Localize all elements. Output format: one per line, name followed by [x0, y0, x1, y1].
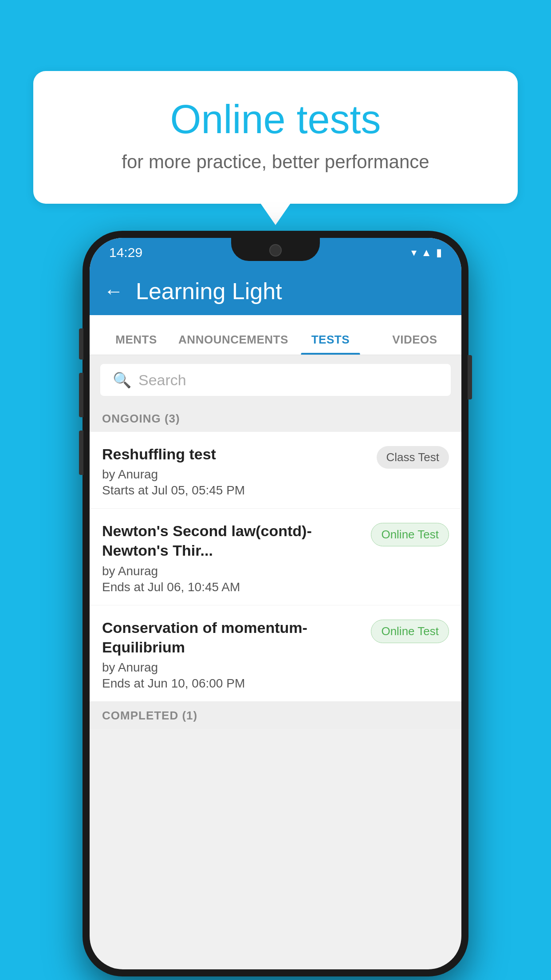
tab-ments[interactable]: MENTS: [94, 333, 178, 355]
wifi-icon: ▾: [411, 246, 417, 259]
test-name: Newton's Second law(contd)-Newton's Thir…: [102, 521, 362, 560]
speech-bubble-card: Online tests for more practice, better p…: [33, 71, 518, 204]
test-time: Ends at Jul 06, 10:45 AM: [102, 580, 362, 594]
search-placeholder: Search: [138, 371, 186, 389]
list-item[interactable]: Reshuffling test by Anurag Starts at Jul…: [90, 432, 461, 509]
ongoing-section-header: ONGOING (3): [90, 405, 461, 432]
completed-label: COMPLETED (1): [102, 709, 197, 722]
app-bar-title: Learning Light: [136, 278, 282, 304]
test-time: Starts at Jul 05, 05:45 PM: [102, 483, 368, 498]
back-button[interactable]: ←: [104, 280, 123, 302]
front-camera: [269, 244, 282, 257]
list-item[interactable]: Conservation of momentum-Equilibrium by …: [90, 605, 461, 702]
test-name: Conservation of momentum-Equilibrium: [102, 618, 362, 657]
search-bar[interactable]: 🔍 Search: [100, 364, 451, 396]
status-icons: ▾ ▲ ▮: [411, 246, 442, 259]
test-author: by Anurag: [102, 660, 362, 675]
search-icon: 🔍: [113, 371, 131, 389]
phone-notch: [231, 238, 320, 261]
test-author: by Anurag: [102, 564, 362, 578]
test-info: Newton's Second law(contd)-Newton's Thir…: [102, 521, 371, 594]
test-time: Ends at Jun 10, 06:00 PM: [102, 676, 362, 691]
phone-device: 14:29 ▾ ▲ ▮ ← Learning Light MENTS ANNOU…: [83, 231, 468, 976]
power-button: [468, 355, 472, 399]
test-author: by Anurag: [102, 467, 368, 482]
test-name: Reshuffling test: [102, 444, 368, 464]
volume-down-button: [79, 431, 83, 475]
tab-announcements[interactable]: ANNOUNCEMENTS: [178, 333, 288, 355]
phone-screen: 14:29 ▾ ▲ ▮ ← Learning Light MENTS ANNOU…: [90, 238, 461, 969]
signal-icon: ▲: [421, 246, 432, 259]
tabs-bar: MENTS ANNOUNCEMENTS TESTS VIDEOS: [90, 315, 461, 355]
badge-class-test: Class Test: [377, 446, 449, 469]
tab-tests[interactable]: TESTS: [288, 333, 373, 355]
badge-online-test: Online Test: [371, 620, 449, 643]
test-list: Reshuffling test by Anurag Starts at Jul…: [90, 432, 461, 702]
test-info: Reshuffling test by Anurag Starts at Jul…: [102, 444, 377, 498]
app-bar: ← Learning Light: [90, 267, 461, 315]
status-time: 14:29: [109, 245, 142, 260]
list-item[interactable]: Newton's Second law(contd)-Newton's Thir…: [90, 509, 461, 605]
test-info: Conservation of momentum-Equilibrium by …: [102, 618, 371, 691]
tab-videos[interactable]: VIDEOS: [373, 333, 457, 355]
ongoing-label: ONGOING (3): [102, 412, 180, 425]
bubble-subtitle: for more practice, better performance: [69, 151, 482, 173]
volume-up-button: [79, 373, 83, 417]
battery-icon: ▮: [436, 246, 442, 259]
search-container: 🔍 Search: [90, 355, 461, 405]
volume-mute-button: [79, 328, 83, 360]
badge-online-test: Online Test: [371, 523, 449, 546]
completed-section-header: COMPLETED (1): [90, 702, 461, 729]
bubble-title: Online tests: [69, 98, 482, 142]
